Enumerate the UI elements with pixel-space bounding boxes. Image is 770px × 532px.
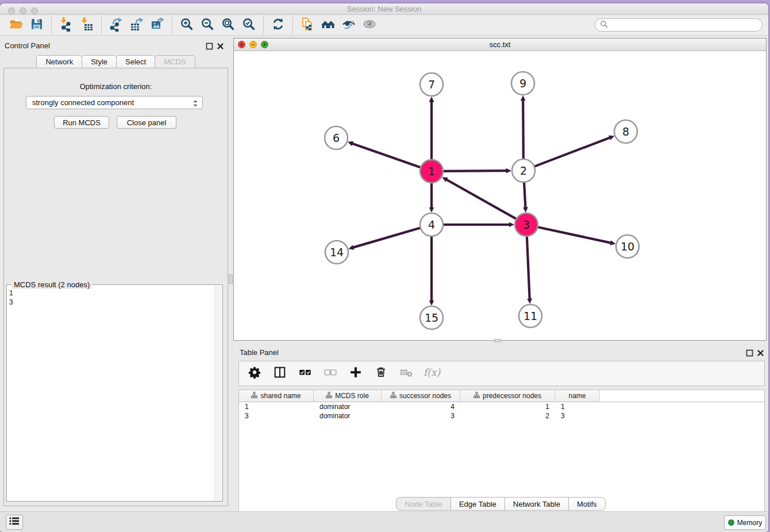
graph-node-3[interactable]: 3 [515, 213, 538, 236]
houses-button[interactable] [318, 16, 338, 34]
task-history-button[interactable] [6, 515, 23, 530]
column-header-shared-name[interactable]: shared name [239, 390, 314, 402]
graph-node-6[interactable]: 6 [325, 126, 348, 149]
open-session-button[interactable] [6, 16, 26, 34]
tab-motifs[interactable]: Motifs [568, 497, 606, 511]
control-panel-float-button[interactable] [206, 42, 213, 49]
control-panel-close-button[interactable] [217, 42, 224, 49]
graph-node-15[interactable]: 15 [420, 306, 443, 329]
clone-network-button[interactable] [297, 16, 318, 34]
panel-split-handle[interactable] [229, 275, 233, 284]
graph-node-1[interactable]: 1 [420, 160, 443, 183]
tab-style[interactable]: Style [82, 55, 117, 68]
column-header-MCDS-role[interactable]: MCDS role [314, 390, 382, 402]
graph-edge-2-3[interactable] [524, 182, 525, 207]
app-window: Session: New Session Control Panel Netwo… [0, 3, 768, 532]
mcds-result-scrollbar[interactable] [214, 286, 222, 500]
zoom-out-button[interactable] [197, 16, 218, 34]
table-row[interactable]: 3dominator323 [239, 411, 764, 421]
memory-button[interactable]: Memory [724, 515, 766, 530]
tab-edge-table[interactable]: Edge Table [451, 497, 505, 511]
tab-network[interactable]: Network [36, 55, 82, 68]
create-column-button[interactable] [346, 364, 365, 383]
zoom-in-button[interactable] [176, 16, 197, 34]
graph-edge-2-9[interactable] [523, 101, 523, 159]
mcds-result-node: 1 [9, 288, 13, 298]
close-panel-button[interactable]: Close panel [117, 116, 176, 129]
graph-edge-3-1[interactable] [446, 180, 516, 219]
export-network-icon [109, 17, 124, 34]
list-icon [8, 515, 21, 530]
graph-edge-1-6[interactable] [352, 144, 421, 168]
export-table-button[interactable] [126, 16, 147, 34]
graph-edge-2-8[interactable] [534, 138, 610, 167]
run-mcds-button[interactable]: Run MCDS [54, 116, 109, 129]
table-row[interactable]: 1dominator411 [239, 402, 764, 411]
table-panel: Table Panel f(x) shared nameMCDS rolesuc… [233, 344, 768, 515]
import-network-button[interactable] [56, 16, 76, 34]
column-header-name[interactable]: name [555, 390, 600, 402]
optimization-criterion-select[interactable]: strongly connected component [26, 96, 203, 109]
sitemap-icon [251, 392, 257, 400]
cell-MCDS-role[interactable]: dominator [314, 411, 382, 421]
cell-predecessor-nodes[interactable]: 2 [460, 411, 555, 421]
svg-text:11: 11 [523, 310, 537, 322]
graph-edge-1-2[interactable] [443, 171, 506, 171]
search-input[interactable] [611, 21, 757, 29]
cell-name[interactable]: 1 [555, 402, 600, 411]
save-session-button[interactable] [26, 16, 47, 34]
network-canvas-svg[interactable]: 7968124314101511 [234, 51, 766, 340]
graph-node-14[interactable]: 14 [325, 241, 348, 264]
zoom-fit-button[interactable] [218, 16, 238, 34]
table-settings-button[interactable] [245, 364, 264, 383]
svg-text:9: 9 [519, 77, 526, 90]
graphics-details-button[interactable] [359, 16, 380, 34]
select-all-columns-button[interactable] [295, 364, 315, 383]
tab-mcds[interactable]: MCDS [155, 55, 195, 68]
refresh-layout-button[interactable] [268, 16, 288, 34]
graph-node-4[interactable]: 4 [420, 213, 443, 236]
frame-resize-handle[interactable] [494, 339, 501, 342]
cell-shared-name[interactable]: 3 [239, 411, 314, 421]
show-column-button[interactable] [270, 364, 290, 383]
column-header-predecessor-nodes[interactable]: predecessor nodes [460, 390, 555, 402]
network-canvas[interactable]: 7968124314101511 [234, 51, 766, 340]
column-header-successor-nodes[interactable]: successor nodes [382, 390, 460, 402]
toolbar-separator [51, 17, 52, 34]
export-image-button[interactable] [147, 16, 168, 34]
graph-edge-3-10[interactable] [538, 227, 611, 242]
graph-node-8[interactable]: 8 [614, 120, 637, 143]
tab-node-table[interactable]: Node Table [396, 497, 451, 511]
split-columns-icon [273, 365, 287, 381]
cell-successor-nodes[interactable]: 4 [382, 402, 460, 411]
zoom-selected-button[interactable] [238, 16, 259, 34]
tab-select[interactable]: Select [116, 55, 155, 68]
cell-MCDS-role[interactable]: dominator [314, 402, 382, 411]
export-network-button[interactable] [106, 16, 126, 34]
cell-name[interactable]: 3 [555, 411, 600, 421]
search-field[interactable] [595, 18, 763, 32]
window-titlebar: Session: New Session [0, 3, 768, 15]
cell-successor-nodes[interactable]: 3 [382, 411, 460, 421]
graph-node-10[interactable]: 10 [616, 235, 639, 258]
table-toolbar: f(x) [238, 361, 765, 386]
graph-node-11[interactable]: 11 [519, 304, 542, 327]
sitemap-icon [326, 392, 332, 400]
graph-node-9[interactable]: 9 [511, 72, 534, 95]
cell-shared-name[interactable]: 1 [239, 402, 314, 411]
graph-node-7[interactable]: 7 [420, 73, 443, 96]
tab-network-table[interactable]: Network Table [505, 497, 569, 511]
mcds-result-box: MCDS result (2 nodes) 13 [6, 284, 223, 502]
cell-predecessor-nodes[interactable]: 1 [460, 402, 555, 411]
table-panel-float-button[interactable] [746, 349, 753, 356]
graph-edge-3-11[interactable] [527, 236, 530, 299]
delete-column-button[interactable] [371, 364, 391, 383]
mcds-result-list[interactable]: 13 [9, 288, 13, 307]
hide-graphics-button[interactable] [338, 16, 359, 34]
graph-node-2[interactable]: 2 [512, 159, 535, 182]
graph-edge-4-14[interactable] [353, 228, 421, 248]
import-table-button[interactable] [76, 16, 97, 34]
unselect-all-columns-button[interactable] [321, 364, 340, 383]
table-panel-close-button[interactable] [757, 349, 764, 356]
network-frame-titlebar[interactable]: x − + scc.txt [234, 38, 766, 51]
